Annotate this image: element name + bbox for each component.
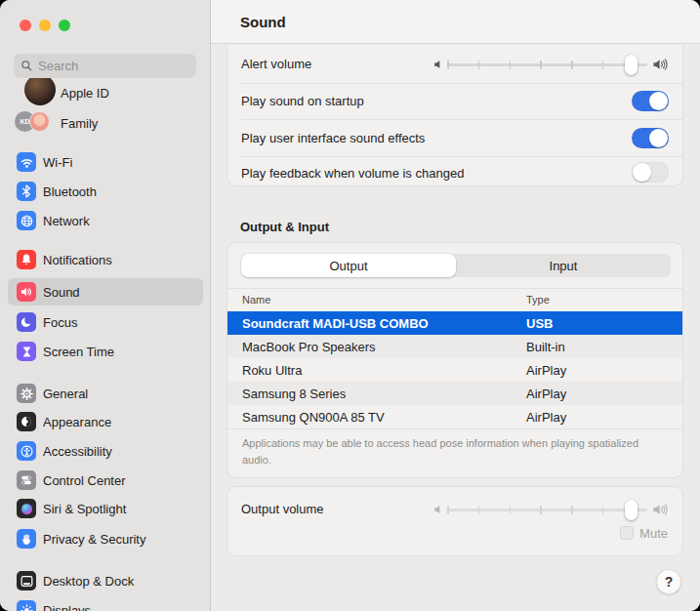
output-volume-knob[interactable]	[625, 500, 638, 520]
family-avatar-memoji	[29, 111, 50, 132]
tab-output[interactable]: Output	[241, 254, 456, 277]
device-row[interactable]: Samsung 8 Series AirPlay	[227, 382, 682, 405]
toggle-label: Play sound on startup	[241, 94, 364, 108]
main-panel: Sound Alert volume Play sound on startup…	[211, 0, 700, 611]
play-ui-sound-effects-toggle[interactable]	[632, 128, 669, 148]
alert-volume-knob[interactable]	[625, 55, 638, 75]
sidebar-item-notifications[interactable]: Notifications	[8, 246, 203, 273]
sidebar-item-network[interactable]: Network	[8, 207, 203, 234]
sidebar-item-general[interactable]: General	[8, 380, 203, 407]
search-input[interactable]: Search	[14, 54, 196, 78]
accessibility-icon	[17, 441, 36, 461]
sidebar-item-apple-id[interactable]: Apple ID	[0, 78, 211, 107]
sidebar-item-bluetooth[interactable]: Bluetooth	[8, 178, 203, 205]
volume-high-icon	[652, 58, 669, 72]
sidebar: Search Apple ID KD Family Wi-Fi Bluetoot…	[0, 0, 211, 611]
output-input-segmented-control: Output Input	[241, 254, 671, 277]
tab-input[interactable]: Input	[456, 254, 671, 277]
sidebar-item-sound[interactable]: Sound	[8, 278, 203, 306]
moon-icon	[17, 312, 36, 332]
device-row[interactable]: Soundcraft MADI-USB COMBO USB	[227, 311, 682, 335]
output-volume-slider[interactable]	[432, 499, 669, 520]
system-settings-window: Search Apple ID KD Family Wi-Fi Bluetoot…	[0, 0, 700, 611]
sidebar-item-appearance[interactable]: Appearance	[8, 408, 203, 435]
play-feedback-volume-toggle[interactable]	[632, 162, 669, 183]
help-button[interactable]: ?	[656, 569, 681, 594]
desktop-dock-icon	[17, 571, 36, 591]
zoom-button[interactable]	[59, 20, 70, 31]
sidebar-item-control-center[interactable]: Control Center	[8, 467, 203, 494]
sound-effects-card: Alert volume Play sound on startup Play …	[226, 45, 683, 186]
displays-icon	[17, 600, 36, 611]
volume-high-icon	[652, 503, 669, 517]
section-title: Output & Input	[240, 220, 329, 234]
device-row[interactable]: Samsung QN900A 85 TV AirPlay	[227, 405, 682, 428]
close-button[interactable]	[20, 20, 31, 31]
panel-header: Sound	[211, 0, 700, 44]
hand-icon	[17, 529, 36, 549]
output-volume-label: Output volume	[241, 502, 324, 516]
alert-volume-slider[interactable]	[432, 54, 669, 75]
speaker-icon	[17, 282, 36, 302]
sidebar-item-accessibility[interactable]: Accessibility	[8, 437, 203, 465]
sidebar-item-siri-spotlight[interactable]: Siri & Spotlight	[8, 495, 203, 522]
volume-low-icon	[432, 504, 445, 516]
mute-checkbox[interactable]	[620, 526, 634, 540]
sidebar-item-screen-time[interactable]: Screen Time	[8, 338, 203, 365]
search-placeholder: Search	[38, 59, 78, 73]
volume-low-icon	[432, 59, 445, 71]
device-row[interactable]: Roku Ultra AirPlay	[227, 358, 682, 382]
siri-icon	[17, 499, 36, 518]
page-title: Sound	[240, 14, 286, 30]
globe-icon	[17, 211, 36, 230]
apple-id-label: Apple ID	[61, 86, 109, 101]
wifi-icon	[17, 152, 36, 172]
play-sound-on-startup-toggle[interactable]	[632, 91, 669, 111]
mute-label: Mute	[639, 526, 668, 541]
hourglass-icon	[17, 342, 36, 361]
toggle-label: Play feedback when volume is changed	[241, 166, 464, 181]
mute-control: Mute	[620, 524, 668, 542]
panel-content: Alert volume Play sound on startup Play …	[211, 45, 700, 611]
sidebar-item-displays[interactable]: Displays	[8, 596, 203, 611]
output-input-card: Output Input Name Type Soundcraft MADI-U…	[226, 242, 683, 478]
column-header-name: Name	[242, 288, 270, 311]
search-icon	[21, 60, 33, 72]
control-center-icon	[17, 470, 36, 490]
sidebar-item-wifi[interactable]: Wi-Fi	[8, 148, 203, 176]
apple-id-avatar	[24, 78, 56, 105]
output-volume-card: Output volume Mute	[226, 486, 683, 556]
spatial-audio-footnote: Applications may be able to access head …	[242, 435, 667, 468]
alert-volume-label: Alert volume	[241, 57, 311, 71]
minimize-button[interactable]	[39, 20, 51, 31]
sidebar-item-privacy-security[interactable]: Privacy & Security	[8, 525, 203, 552]
toggle-label: Play user interface sound effects	[241, 131, 425, 145]
sidebar-item-focus[interactable]: Focus	[8, 308, 203, 336]
gear-icon	[17, 384, 36, 403]
appearance-icon	[17, 412, 36, 431]
column-header-type: Type	[526, 288, 550, 311]
bluetooth-icon	[17, 182, 36, 201]
family-label: Family	[61, 116, 98, 131]
sidebar-item-family[interactable]: KD Family	[0, 108, 211, 138]
device-row[interactable]: MacBook Pro Speakers Built-in	[227, 335, 682, 358]
sidebar-item-desktop-dock[interactable]: Desktop & Dock	[8, 567, 203, 594]
bell-icon	[17, 250, 36, 269]
